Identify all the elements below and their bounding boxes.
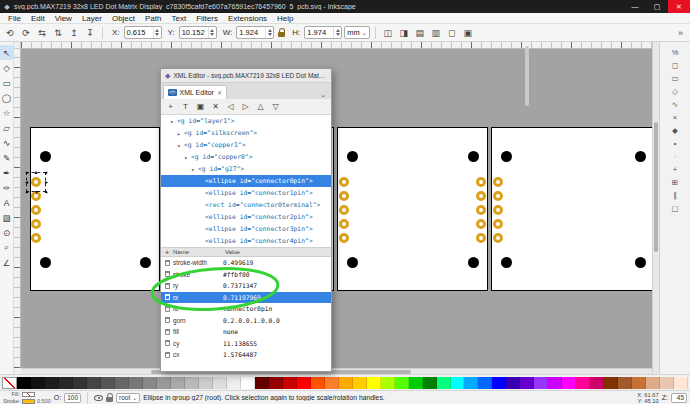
connector-pin[interactable] <box>31 205 41 215</box>
move-node-up-button[interactable]: △ <box>254 101 267 113</box>
palette-swatch[interactable] <box>478 377 492 389</box>
attribute-row[interactable]: gorn0.2.0.0.1.0.0.0 <box>161 315 331 327</box>
snap-intersections-button[interactable]: × <box>668 111 682 123</box>
y-input[interactable]: 10.152 <box>179 26 217 39</box>
delete-node-button[interactable]: ✕ <box>209 101 222 113</box>
mounting-hole[interactable] <box>40 257 51 268</box>
xml-node[interactable]: <ellipse id="connector4pin"> <box>161 235 331 247</box>
vertical-scrollbar[interactable] <box>652 42 659 374</box>
palette-swatch[interactable] <box>590 377 604 389</box>
spin-up-icon[interactable] <box>155 29 159 32</box>
palette-swatch[interactable] <box>604 377 618 389</box>
xml-node[interactable]: ▾<g id="layer1"> <box>161 115 331 127</box>
menu-edit[interactable]: Edit <box>26 14 50 23</box>
expand-triangle-icon[interactable]: ▾ <box>177 142 184 149</box>
mounting-hole[interactable] <box>140 151 151 162</box>
delete-attribute-icon[interactable] <box>165 306 170 312</box>
connector-pin[interactable] <box>31 233 41 243</box>
selection-handle[interactable]: ▲ <box>43 179 50 186</box>
dialog-titlebar[interactable]: ◆ XML Editor - svg.pcb.MAX7219 32x8 LED … <box>161 69 331 83</box>
palette-swatch[interactable] <box>17 377 31 389</box>
menu-layer[interactable]: Layer <box>77 14 107 23</box>
snap-bbox-button[interactable]: ◻ <box>668 59 682 71</box>
expand-triangle-icon[interactable]: ▾ <box>191 166 198 173</box>
dropper-tool[interactable]: ⊙ <box>0 225 13 240</box>
connector-pin[interactable] <box>476 177 486 187</box>
palette-swatch[interactable] <box>101 377 115 389</box>
palette-swatch[interactable] <box>129 377 143 389</box>
unindent-node-button[interactable]: ◁ <box>224 101 237 113</box>
palette-swatch[interactable] <box>437 377 451 389</box>
snap-page-border-button[interactable]: ▢ <box>668 202 682 214</box>
spin-down-icon[interactable] <box>210 33 214 36</box>
box-3d-tool[interactable]: ▱ <box>0 120 13 135</box>
spinner-arrows[interactable] <box>333 27 341 38</box>
xml-node[interactable]: <ellipse id="connector1pin"> <box>161 187 331 199</box>
layer-dropdown[interactable]: root ⌄ <box>116 393 140 403</box>
spin-up-icon[interactable] <box>336 29 340 32</box>
connector-pin[interactable] <box>493 177 503 187</box>
delete-attribute-icon[interactable] <box>165 271 170 277</box>
w-input[interactable]: 1.924 <box>236 26 274 39</box>
palette-swatch[interactable] <box>646 377 660 389</box>
pcb-board[interactable] <box>337 127 488 291</box>
menu-filters[interactable]: Filters <box>191 14 223 23</box>
mounting-hole[interactable] <box>40 151 51 162</box>
tree-scrollbar[interactable] <box>525 46 529 106</box>
mounting-hole[interactable] <box>501 151 512 162</box>
spin-down-icon[interactable] <box>268 33 272 36</box>
snap-toggle-button[interactable]: % <box>668 46 682 58</box>
palette-swatch[interactable] <box>395 377 409 389</box>
raise-to-top-button[interactable]: ↥ <box>67 26 81 40</box>
connector-pin[interactable] <box>493 191 503 201</box>
palette-none-swatch[interactable] <box>2 377 17 389</box>
expand-triangle-icon[interactable]: ▾ <box>184 154 191 161</box>
spiral-tool[interactable]: ∿ <box>0 135 13 150</box>
palette-swatch[interactable] <box>213 377 227 389</box>
mounting-hole[interactable] <box>347 151 358 162</box>
palette-swatch[interactable] <box>353 377 367 389</box>
palette-swatch[interactable] <box>31 377 45 389</box>
palette-swatch[interactable] <box>325 377 339 389</box>
indent-node-button[interactable]: ▷ <box>239 101 252 113</box>
xml-node[interactable]: ▸<g id="silkscreen"> <box>161 127 331 139</box>
snap-smooth-nodes-button[interactable]: • <box>668 137 682 149</box>
mounting-hole[interactable] <box>468 151 479 162</box>
x-input[interactable]: 0.615 <box>124 26 162 39</box>
xml-node[interactable]: <ellipse id="connector0pin"> <box>161 175 331 187</box>
palette-swatch[interactable] <box>576 377 590 389</box>
mounting-hole[interactable] <box>501 257 512 268</box>
selection-handle[interactable]: ▲ <box>33 169 40 176</box>
palette-swatch[interactable] <box>199 377 213 389</box>
palette-swatch[interactable] <box>423 377 437 389</box>
connector-pin[interactable] <box>476 219 486 229</box>
connector-pin[interactable] <box>339 219 349 229</box>
move-node-down-button[interactable]: ▽ <box>269 101 282 113</box>
connector-pin[interactable] <box>476 191 486 201</box>
pcb-board[interactable] <box>491 127 655 291</box>
snap-grid-button[interactable]: ⊞ <box>668 176 682 188</box>
spin-up-icon[interactable] <box>268 29 272 32</box>
pencil-tool[interactable]: ✎ <box>0 150 13 165</box>
palette-swatch[interactable] <box>548 377 562 389</box>
menu-help[interactable]: Help <box>272 14 298 23</box>
palette-swatch[interactable] <box>562 377 576 389</box>
connector-pin[interactable] <box>31 219 41 229</box>
palette-swatch[interactable] <box>451 377 465 389</box>
chevron-down-icon[interactable]: ⌄ <box>317 91 329 99</box>
mounting-hole[interactable] <box>140 257 151 268</box>
minimize-button[interactable]: — <box>624 0 646 13</box>
attribute-row[interactable]: cx1.5764487 <box>161 349 331 361</box>
palette-swatch[interactable] <box>283 377 297 389</box>
connector-pin[interactable] <box>476 205 486 215</box>
connector-pin[interactable] <box>339 233 349 243</box>
xml-node[interactable]: ▾<g id="copper0"> <box>161 151 331 163</box>
expand-triangle-icon[interactable]: ▾ <box>170 118 177 125</box>
edit-objects-toggle[interactable]: ▣ <box>461 26 475 40</box>
node-tool[interactable]: ◇ <box>0 60 13 75</box>
duplicate-node-button[interactable]: ▣ <box>194 101 207 113</box>
palette-swatch[interactable] <box>381 377 395 389</box>
xml-node[interactable]: <rect id="connector0terminal"> <box>161 199 331 211</box>
xml-node[interactable]: <ellipse id="connector3pin"> <box>161 223 331 235</box>
layer-lock-icon[interactable] <box>106 397 113 402</box>
